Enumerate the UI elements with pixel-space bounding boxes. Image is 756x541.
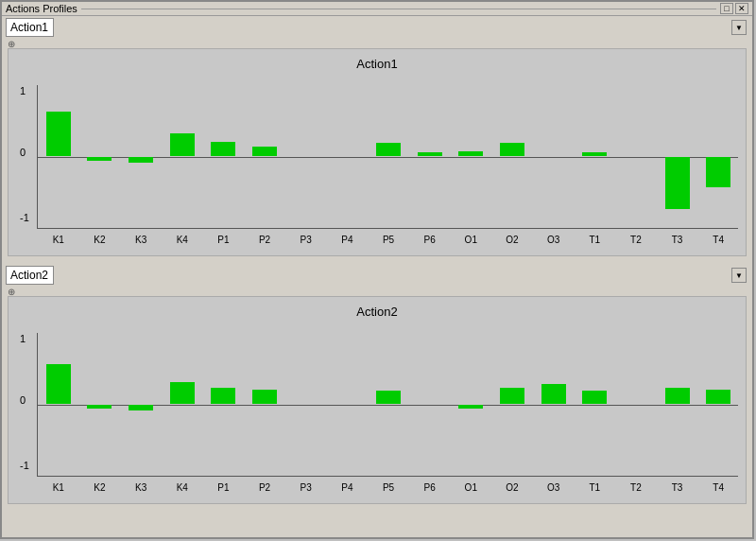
bar-slot-O1: O1 (450, 85, 491, 228)
bar-pos-K1 (46, 364, 71, 404)
bar-neg-K3 (129, 405, 153, 410)
bar-slot-P1: P1 (203, 333, 245, 476)
bar-slot-P6: P6 (409, 333, 451, 476)
bar-pos-P2 (252, 390, 277, 404)
bar-label-P3: P3 (285, 235, 327, 245)
bar-label-K4: K4 (162, 482, 203, 493)
bar-slot-P6: P6 (409, 85, 451, 228)
chart2-bars-container: K1K2K3K4P1P2P3P4P5P6O1O2O3T1T2T3T4 (37, 333, 738, 477)
bar-label-O1: O1 (450, 235, 491, 245)
bar-pos-T1 (582, 391, 607, 404)
chart1-dropdown-row: Action1 Action2 ▼ (6, 18, 748, 37)
chart1-area: Action1 1 0 -1 K1K2K3K4P1P2P3P4P5P6O1O2O… (8, 48, 747, 256)
bar-slot-T2: T2 (615, 85, 657, 228)
title-line (81, 9, 716, 9)
bar-slot-K2: K2 (79, 85, 121, 228)
bar-neg-K2 (87, 157, 112, 161)
bar-label-P1: P1 (203, 482, 245, 493)
bar-slot-K1: K1 (38, 333, 79, 476)
bar-label-K1: K1 (38, 482, 79, 493)
close-button[interactable]: ✕ (735, 3, 748, 14)
bar-neg-K3 (129, 157, 153, 163)
bar-slot-O3: O3 (533, 333, 575, 476)
bar-label-T1: T1 (574, 235, 615, 245)
bar-slot-K3: K3 (120, 333, 162, 476)
bar-pos-O3 (541, 384, 566, 404)
bar-label-K2: K2 (79, 235, 121, 245)
bar-pos-T4 (706, 390, 730, 404)
bar-label-P1: P1 (203, 235, 245, 245)
chart1-bars-container: K1K2K3K4P1P2P3P4P5P6O1O2O3T1T2T3T4 (37, 85, 738, 229)
bar-slot-P1: P1 (203, 85, 245, 228)
bar-slot-P4: P4 (327, 85, 369, 228)
bar-label-T2: T2 (615, 482, 657, 493)
bar-label-T4: T4 (697, 482, 739, 493)
bar-slot-T3: T3 (657, 85, 698, 228)
panel-title: Actions Profiles (6, 3, 77, 14)
bar-slot-O2: O2 (491, 85, 533, 228)
bar-slot-P3: P3 (285, 333, 327, 476)
bar-pos-P1 (211, 142, 235, 156)
bar-label-T1: T1 (574, 482, 615, 493)
bar-label-T2: T2 (615, 235, 657, 245)
chart1-select-wrapper: Action1 Action2 ▼ (6, 18, 748, 37)
bar-pos-K1 (46, 112, 71, 156)
bar-slot-K3: K3 (120, 85, 162, 228)
chart1-title: Action1 (9, 49, 746, 75)
chart2-select-arrow: ▼ (731, 268, 747, 283)
bar-slot-T1: T1 (574, 85, 615, 228)
chart2-y-top: 1 (20, 333, 26, 344)
bar-label-P5: P5 (368, 482, 409, 493)
panel-title-bar: Actions Profiles □ ✕ (2, 2, 752, 16)
bar-label-P2: P2 (244, 482, 285, 493)
bar-slot-T2: T2 (615, 333, 657, 476)
bar-pos-O1 (458, 151, 483, 156)
bar-slot-O2: O2 (491, 333, 533, 476)
chart2-section: Action1 Action2 ▼ ⊕ Action2 1 0 -1 K1K2K… (2, 264, 752, 508)
chart2-resize-handle[interactable]: ⊕ (6, 287, 748, 296)
bar-label-O3: O3 (533, 235, 575, 245)
bar-slot-K4: K4 (162, 333, 203, 476)
bar-label-O2: O2 (491, 235, 533, 245)
chart2-dropdown-row: Action1 Action2 ▼ (6, 266, 748, 285)
bar-slot-K1: K1 (38, 85, 79, 228)
chart2-y-mid: 0 (20, 394, 26, 406)
bar-pos-P2 (252, 147, 277, 156)
bar-slot-P4: P4 (327, 333, 369, 476)
bar-label-P3: P3 (285, 482, 327, 493)
bar-slot-T3: T3 (657, 333, 698, 476)
bar-pos-K4 (170, 133, 195, 156)
bar-label-P6: P6 (409, 235, 451, 245)
bar-label-T3: T3 (657, 235, 698, 245)
bar-label-O3: O3 (533, 482, 575, 493)
chart2-y-bottom: -1 (20, 460, 29, 471)
bar-label-K4: K4 (162, 235, 203, 245)
bar-pos-T3 (665, 388, 690, 404)
chart1-y-bottom: -1 (20, 212, 29, 223)
bar-slot-K2: K2 (79, 333, 121, 476)
chart1-select-arrow: ▼ (731, 20, 747, 35)
bar-pos-O2 (500, 143, 524, 156)
bar-neg-O1 (458, 405, 483, 409)
bar-slot-O3: O3 (533, 85, 575, 228)
bar-slot-P2: P2 (244, 85, 285, 228)
chart1-y-mid: 0 (20, 147, 26, 158)
bar-label-O2: O2 (491, 482, 533, 493)
chart2-select[interactable]: Action1 Action2 (6, 266, 54, 285)
bar-label-K1: K1 (38, 235, 79, 245)
bar-label-T3: T3 (657, 482, 698, 493)
bar-neg-K2 (87, 405, 112, 409)
bar-slot-P5: P5 (368, 333, 409, 476)
minimize-button[interactable]: □ (720, 3, 733, 14)
chart2-title: Action2 (9, 297, 746, 323)
bar-label-K3: K3 (120, 482, 162, 493)
chart2-select-wrapper: Action1 Action2 ▼ (6, 266, 748, 285)
bar-slot-O1: O1 (450, 333, 491, 476)
chart1-select[interactable]: Action1 Action2 (6, 18, 54, 37)
chart1-resize-handle[interactable]: ⊕ (6, 39, 748, 48)
bar-pos-P1 (211, 388, 235, 404)
bar-label-K3: K3 (120, 235, 162, 245)
bar-label-O1: O1 (450, 482, 491, 493)
bar-neg-T3 (665, 157, 690, 209)
bar-slot-P5: P5 (368, 85, 409, 228)
